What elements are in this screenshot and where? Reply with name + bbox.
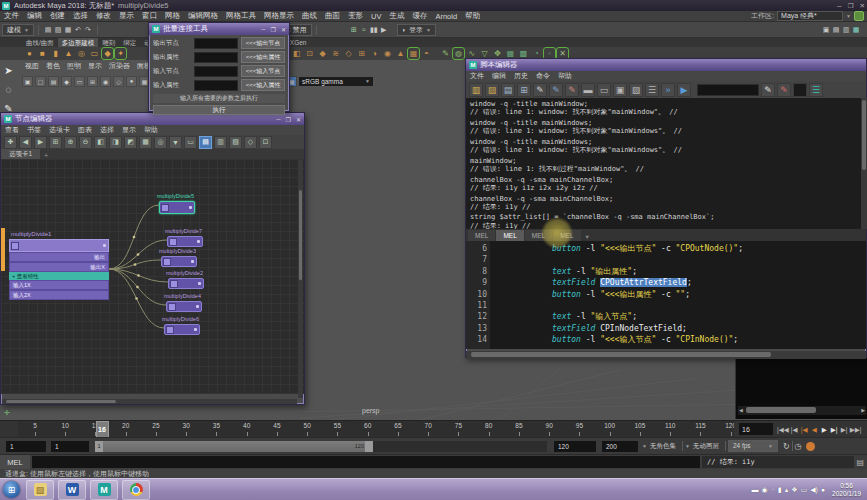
panel-menu-照明[interactable]: 照明: [64, 61, 84, 70]
open-script-icon[interactable]: ▨: [485, 83, 499, 97]
system-clock[interactable]: 0:56 2020/1/19: [828, 482, 865, 497]
menu-文件[interactable]: 文件: [0, 11, 23, 21]
script-tab-2[interactable]: MEL: [496, 230, 523, 241]
pencil-mel-icon[interactable]: ✎: [533, 83, 547, 97]
multi-cut-icon[interactable]: ◇: [343, 48, 354, 59]
code-line[interactable]: textField CPOutAttrTextField;: [552, 277, 866, 288]
minimize-button[interactable]: ─: [837, 2, 842, 10]
volume-icon[interactable]: ◀): [810, 486, 818, 494]
command-completion-icon[interactable]: »: [661, 83, 675, 97]
crease-icon[interactable]: ▲: [395, 48, 406, 59]
code-line[interactable]: button -l "<<<输出节点" -c "CPOutNode()";: [552, 243, 866, 254]
play-icon[interactable]: ▶: [379, 25, 389, 35]
shaded-icon[interactable]: ●: [126, 76, 137, 87]
code-line[interactable]: text -l "输出属性";: [552, 266, 866, 277]
step-back-key-button[interactable]: |◀: [800, 426, 809, 434]
redo-icon[interactable]: ↷: [83, 25, 93, 35]
node-editor-hscrollbar[interactable]: [2, 399, 297, 404]
dialog-row-field[interactable]: [194, 38, 238, 49]
menu-变形[interactable]: 变形: [344, 11, 367, 21]
se-menu-历史[interactable]: 历史: [510, 71, 532, 81]
playback-start-field[interactable]: 1: [51, 441, 89, 452]
dialog-row-button[interactable]: <<<输入节点: [241, 65, 285, 77]
pin-icon[interactable]: ▼: [169, 136, 182, 149]
shelf-tab-绑定[interactable]: 绑定: [119, 38, 140, 47]
execute-icon[interactable]: ▶: [677, 83, 691, 97]
node-attr-row[interactable]: 输入2X: [9, 290, 109, 300]
ne-menu-查看[interactable]: 查看: [1, 125, 23, 135]
wireframe-icon[interactable]: ◇: [113, 76, 124, 87]
lasso-tool-icon[interactable]: ◌: [2, 83, 15, 96]
play-forward-button[interactable]: ▶: [820, 426, 829, 434]
layout-split-icon[interactable]: ▣: [613, 83, 627, 97]
word-icon[interactable]: W: [58, 480, 86, 500]
bookmark-icon[interactable]: ◆: [61, 76, 72, 87]
custom-view-icon[interactable]: ▧: [229, 136, 242, 149]
shelf-tab-多边形建模[interactable]: 多边形建模: [58, 38, 99, 47]
open-scene-icon[interactable]: ▨: [53, 25, 63, 35]
range-end-handle[interactable]: [365, 441, 373, 452]
poly-torus-icon[interactable]: ◎: [76, 48, 87, 59]
full-view-icon[interactable]: ▥: [214, 136, 227, 149]
save-script-icon[interactable]: ▥: [469, 83, 483, 97]
sign-in-menu[interactable]: ◗登录▼: [397, 24, 436, 36]
image-plane-icon[interactable]: ▭: [74, 76, 85, 87]
character-set-selector[interactable]: 无角色集: [650, 442, 676, 451]
node-multiplyDivide3[interactable]: [161, 256, 197, 267]
remove-from-graph-icon[interactable]: ⊖: [79, 136, 92, 149]
new-tab-icon[interactable]: ⊞: [517, 83, 531, 97]
sculpt-tool-icon[interactable]: ◍: [453, 48, 464, 59]
pencil-expression-icon[interactable]: ✎: [565, 83, 579, 97]
layout-input-icon[interactable]: ▭: [597, 83, 611, 97]
menu-set-selector[interactable]: 建模▼: [2, 24, 34, 36]
step-forward-frame-button[interactable]: ▶|: [840, 426, 849, 434]
undo-icon[interactable]: ↶: [73, 25, 83, 35]
simple-view-icon[interactable]: ▭: [184, 136, 197, 149]
security-icon[interactable]: ❖: [791, 486, 797, 494]
separate-icon[interactable]: ◧: [291, 48, 302, 59]
dialog-minimize-button[interactable]: ─: [261, 26, 265, 33]
history-vscrollbar[interactable]: [861, 98, 867, 229]
menu-网格显示[interactable]: 网格显示: [260, 11, 298, 21]
smooth-icon[interactable]: ◉: [382, 48, 393, 59]
scroll-left-icon[interactable]: ◀: [739, 407, 743, 413]
node-editor-vscrollbar[interactable]: [298, 160, 303, 398]
go-to-end-button[interactable]: ▶▶|: [850, 426, 862, 434]
menu-网格[interactable]: 网格: [161, 11, 184, 21]
menu-编辑[interactable]: 编辑: [23, 11, 46, 21]
node-collapse-dot[interactable]: [189, 206, 192, 209]
node-collapse-dot[interactable]: [198, 282, 201, 285]
code-line[interactable]: [552, 300, 866, 311]
current-time-marker[interactable]: 16: [96, 421, 109, 438]
close-button[interactable]: ✕: [860, 2, 865, 10]
source-script-icon[interactable]: ▤: [501, 83, 515, 97]
menu-生成[interactable]: 生成: [385, 11, 408, 21]
settings-tray-icon[interactable]: ᛫: [771, 486, 775, 493]
search-pencil-icon[interactable]: ✎: [761, 83, 775, 97]
snap-grid-icon[interactable]: ⊞: [349, 25, 359, 35]
script-editor-toggle-icon[interactable]: ▤: [856, 458, 864, 467]
ime-icon[interactable]: ▬: [752, 486, 759, 493]
node-multiplyDivide5[interactable]: [159, 201, 195, 214]
line-numbers-icon[interactable]: ☰: [645, 83, 659, 97]
paint-effects-icon[interactable]: ✎: [440, 48, 451, 59]
shape-display-icon[interactable]: ◇: [244, 136, 257, 149]
node-attr-row[interactable]: 输出: [9, 252, 109, 262]
execute-button[interactable]: 执行: [153, 105, 285, 115]
menu-创建[interactable]: 创建: [46, 11, 69, 21]
channel-box-icon[interactable]: ▦: [851, 25, 861, 35]
se-menu-文件[interactable]: 文件: [466, 71, 488, 81]
input-connections-icon[interactable]: ◧: [94, 136, 107, 149]
save-scene-icon[interactable]: ▦: [63, 25, 73, 35]
poly-disc-icon[interactable]: ◆: [102, 48, 113, 59]
range-bar[interactable]: 1 120: [95, 441, 373, 452]
dialog-row-button[interactable]: <<<输出节点: [241, 37, 285, 49]
menu-帮助[interactable]: 帮助: [461, 11, 484, 21]
tab-menu-button[interactable]: ▾: [582, 233, 593, 241]
play-backwards-button[interactable]: ◀: [810, 426, 819, 434]
animation-end-field[interactable]: 200: [602, 441, 638, 452]
new-scene-icon[interactable]: ▤: [43, 25, 53, 35]
wechat-icon[interactable]: ●: [821, 486, 825, 493]
script-tab-1[interactable]: MEL: [468, 230, 495, 241]
maximize-button[interactable]: ❐: [848, 2, 854, 10]
